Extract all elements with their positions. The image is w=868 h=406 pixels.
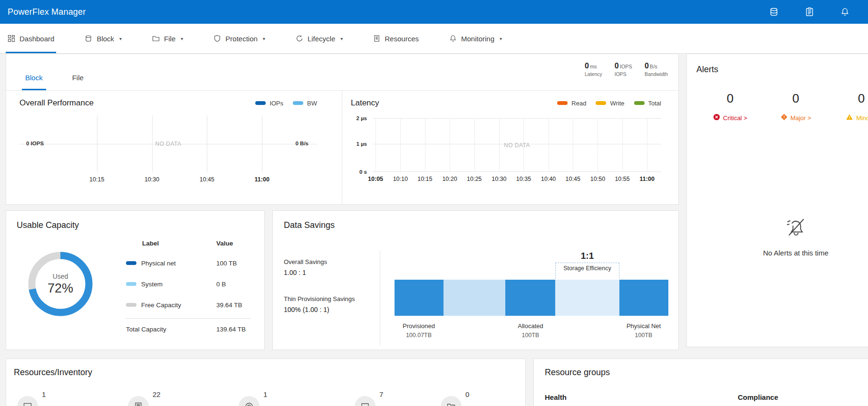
bw-legend-swatch [293, 101, 303, 105]
tab-block[interactable]: Block [22, 74, 46, 90]
nav-item-block[interactable]: Block ▾ [85, 24, 122, 53]
latency-panel: Latency Read Write Total 2 µs 1 µs 0 s [342, 91, 678, 205]
block-storage-icon [85, 35, 92, 42]
stat-unit: ms [590, 64, 597, 69]
efficiency-ratio: 1:1 [555, 251, 619, 261]
total-legend-swatch [634, 101, 645, 105]
shield-icon [213, 35, 221, 42]
nav-item-lifecycle[interactable]: Lifecycle ▾ [296, 24, 343, 53]
stat-label: Bandwidth [645, 71, 668, 77]
physical-net-bar-segment [619, 280, 668, 316]
x-tick: 10:10 [393, 176, 408, 182]
table-row: Free Capacity 39.64 TB [126, 294, 251, 315]
total-label: Total Capacity [126, 326, 216, 333]
resources-inventory-card: Resources/Inventory 1 22 1 7 0 [6, 359, 526, 406]
table-row: System 0 B [126, 274, 251, 294]
gear-icon [239, 396, 260, 406]
stat-label: IOPS [615, 71, 632, 77]
stat-unit: B/s [650, 64, 657, 69]
app-header: PowerFlex Manager [0, 0, 868, 24]
x-tick: 10:15 [89, 176, 104, 183]
clipboard-icon[interactable] [805, 7, 814, 17]
x-tick: 10:55 [615, 176, 629, 182]
row-label: System [141, 281, 163, 288]
alerts-card: Alerts 0 Critical > 0 Major > 0 Minor > [686, 54, 868, 347]
x-tick: 10:45 [200, 176, 214, 183]
overall-performance-chart: 0 IOPS 0 B/s NO DATA [19, 115, 317, 172]
storage-efficiency-annotation: 1:1 Storage Efficiency [555, 251, 619, 281]
inventory-count: 22 [153, 390, 161, 398]
major-link[interactable]: Major > [763, 113, 829, 122]
overall-performance-title: Overall Performance [19, 98, 94, 108]
major-alerts: 0 Major > [763, 91, 829, 122]
nav-item-resources[interactable]: Resources [373, 24, 419, 53]
bell-icon[interactable] [840, 7, 849, 17]
nav-label: Monitoring [461, 35, 494, 43]
divider [380, 251, 380, 346]
nav-label: Resources [385, 35, 419, 43]
overall-savings-value: 1.00 : 1 [284, 269, 306, 276]
major-count: 0 [763, 91, 829, 106]
grid-icon [8, 35, 15, 42]
column-header-value: Value [216, 240, 233, 247]
critical-alerts: 0 Critical > [697, 91, 763, 122]
system-swatch [126, 282, 136, 286]
provisioned-label: Provisioned 100.07TB [403, 322, 435, 339]
x-tick: 10:05 [368, 176, 383, 182]
chevron-down-icon: ▾ [500, 36, 502, 41]
resource-groups-title: Resource groups [545, 368, 610, 378]
legend-label: Write [610, 100, 624, 107]
minor-link[interactable]: Minor > [829, 113, 868, 122]
folder-icon [152, 35, 160, 42]
app-title: PowerFlex Manager [8, 7, 86, 17]
critical-link[interactable]: Critical > [697, 113, 763, 122]
warning-triangle-icon [846, 113, 853, 122]
chevron-down-icon: ▾ [181, 36, 183, 41]
row-label: Physical net [141, 260, 176, 267]
x-tick: 10:25 [467, 176, 482, 182]
usable-capacity-card: Usable Capacity Used 72% Label Value Phy… [6, 210, 265, 350]
y-tick: 1 µs [356, 141, 367, 147]
y-axis-right-label: 0 B/s [296, 141, 309, 146]
stat-value: 0 [645, 62, 649, 70]
folder-icon [441, 396, 462, 406]
nav-item-dashboard[interactable]: Dashboard [8, 24, 54, 53]
database-icon[interactable] [769, 7, 779, 17]
no-alerts-message: No Alerts at this time [763, 216, 829, 257]
tab-file[interactable]: File [69, 74, 87, 90]
nav-item-monitoring[interactable]: Monitoring ▾ [449, 24, 502, 53]
row-value: 39.64 TB [216, 302, 242, 309]
compliance-column-header: Compliance [738, 393, 778, 401]
overall-performance-legend: IOPs BW [255, 100, 317, 107]
performance-tabs: Block File 0ms Latency 0IOPS IOPS 0B/s B… [6, 54, 678, 91]
latency-title: Latency [351, 98, 379, 108]
server-icon [128, 396, 149, 406]
iops-legend-swatch [255, 101, 266, 105]
allocated-bar-segment [505, 280, 555, 316]
x-tick: 10:30 [492, 176, 506, 182]
nav-item-file[interactable]: File ▾ [152, 24, 183, 53]
stat-unit: IOPS [620, 64, 632, 69]
capacity-table-header: Label Value [126, 234, 251, 253]
stat-label: Latency [585, 71, 602, 77]
data-savings-title: Data Savings [284, 220, 335, 230]
minor-label: Minor > [856, 114, 868, 122]
usable-capacity-title: Usable Capacity [17, 220, 79, 230]
physical-net-label: Physical Net 100TB [627, 322, 661, 339]
donut-used-label: Used [53, 273, 68, 280]
physical-net-swatch [126, 261, 136, 265]
resources-inventory-title: Resources/Inventory [14, 368, 92, 378]
latency-legend: Read Write Total [557, 100, 661, 107]
chevron-down-icon: ▾ [119, 36, 122, 41]
chat-icon [355, 396, 376, 406]
overall-performance-x-axis: 10:15 10:30 10:45 11:00 [19, 176, 317, 187]
nav-item-protection[interactable]: Protection ▾ [213, 24, 265, 53]
capacity-table: Label Value Physical net 100 TB System 0… [126, 234, 251, 340]
legend-label: IOPs [270, 100, 283, 107]
read-legend-swatch [557, 101, 568, 105]
legend-label: Read [571, 100, 586, 107]
alerts-title: Alerts [696, 65, 718, 75]
bell-icon [449, 35, 457, 42]
x-tick: 11:00 [640, 176, 655, 182]
bar-segment-light [555, 280, 619, 316]
